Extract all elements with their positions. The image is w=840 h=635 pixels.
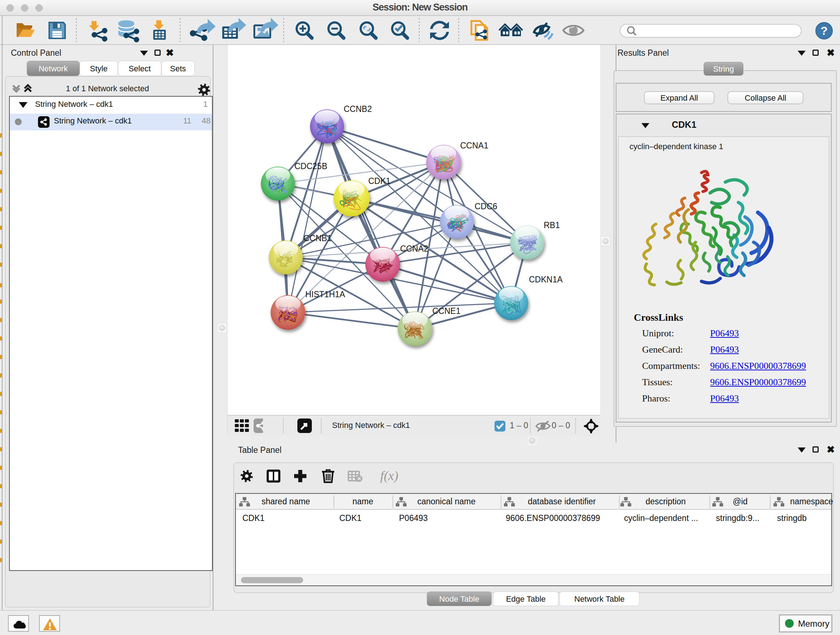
svg-text:CCNA2: CCNA2 [400, 244, 428, 253]
svg-text:CDC6: CDC6 [475, 202, 497, 211]
svg-text:CDKN1A: CDKN1A [529, 275, 563, 284]
svg-text:CCNE1: CCNE1 [432, 306, 461, 316]
svg-text:?: ? [821, 24, 828, 37]
svg-text:HIST1H1A: HIST1H1A [305, 290, 346, 299]
svg-text:CDK1: CDK1 [368, 176, 390, 186]
svg-text:CCNA1: CCNA1 [460, 141, 488, 150]
svg-text:f(x): f(x) [380, 469, 398, 483]
svg-text:CDC25B: CDC25B [294, 162, 327, 171]
svg-text:CCNB1: CCNB1 [303, 233, 332, 243]
svg-text:CCNB2: CCNB2 [344, 104, 372, 114]
svg-text:RB1: RB1 [544, 220, 560, 230]
